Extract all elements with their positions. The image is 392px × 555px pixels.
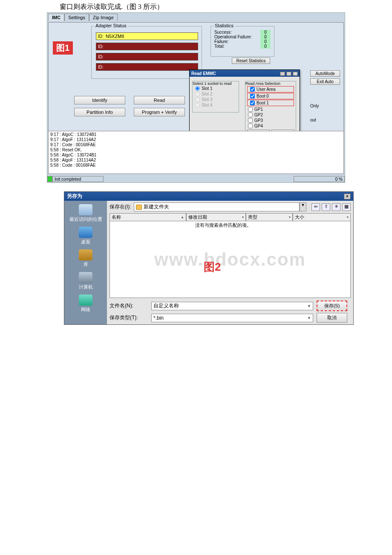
statusbar: Init completed 0 % — [47, 176, 345, 182]
place-network-label: 网络 — [81, 307, 90, 312]
statistics-group: Statistics Success:0 Operational Failure… — [210, 26, 274, 57]
filetype-label: 保存类型(T): — [110, 314, 148, 321]
stat-failure-value: 0 — [260, 39, 271, 44]
log-line: 5:58 : Code : 00168FAE — [50, 163, 342, 168]
slot3-label: Slot 3 — [202, 97, 213, 102]
slot4-radio: Slot 4 — [193, 102, 239, 108]
computer-icon — [79, 272, 92, 283]
adapter-status-group: Adapter Status ID: N5XZM8 ID: ID: ID: — [91, 26, 202, 79]
network-icon — [79, 295, 92, 306]
col-date-label: 修改日期 — [188, 214, 207, 220]
tab-settings[interactable]: Settings — [64, 14, 89, 21]
place-desktop[interactable]: 桌面 — [79, 227, 92, 245]
cancel-button[interactable]: 取消 — [317, 313, 347, 323]
minimize-icon[interactable]: _ — [280, 72, 285, 76]
boot1-checkbox[interactable]: Boot 1 — [247, 100, 294, 106]
gp1-label: GP1 — [254, 107, 263, 112]
place-library[interactable]: 库 — [79, 249, 92, 268]
gp3-checkbox[interactable]: GP3 — [245, 118, 296, 123]
slot1-radio[interactable]: Slot 1 — [193, 86, 239, 91]
read-button[interactable]: Read — [134, 96, 185, 104]
filename-input[interactable]: 自定义名称▼ — [151, 302, 313, 310]
adapter-id-row-1: ID: N5XZM8 — [96, 32, 198, 40]
filetype-select[interactable]: *.bin▼ — [151, 314, 313, 322]
desktop-icon — [79, 227, 92, 238]
maximize-icon[interactable]: □ — [286, 72, 291, 76]
savein-combo[interactable]: 新建文件夹 ▼ — [134, 202, 306, 211]
chevron-down-icon[interactable]: ▼ — [300, 202, 306, 211]
place-recent[interactable]: 最近访问的位置 — [69, 204, 102, 223]
col-type[interactable]: 类型▾ — [246, 213, 293, 221]
tab-zipimage[interactable]: Zip Image — [89, 14, 118, 21]
main-app-window: IMC Settings Zip Image 图1 Adapter Status… — [47, 12, 345, 183]
id-label: ID: — [96, 34, 106, 39]
chevron-down-icon[interactable]: ▼ — [307, 316, 311, 320]
close-icon[interactable]: × — [293, 72, 298, 76]
gp2-label: GP2 — [254, 113, 263, 117]
id-label: ID: — [96, 65, 106, 69]
identify-button[interactable]: Identify — [74, 96, 125, 104]
readarea-legend: Read Area Selection — [245, 81, 296, 86]
stat-opfail-value: 0 — [260, 35, 271, 39]
gp3-label: GP3 — [254, 118, 263, 123]
up-icon[interactable]: ⇧ — [322, 203, 330, 211]
side-labels-cut: Only out — [310, 104, 340, 122]
col-name[interactable]: 名称▲ — [110, 213, 186, 221]
savein-label: 保存在(I): — [110, 203, 131, 211]
gp2-checkbox[interactable]: GP2 — [245, 112, 296, 118]
col-date[interactable]: 修改日期▾ — [186, 213, 246, 221]
savein-value: 新建文件夹 — [144, 203, 169, 211]
program-verify-button[interactable]: Program + Verify — [134, 108, 185, 116]
place-library-label: 库 — [84, 262, 88, 267]
chevron-down-icon[interactable]: ▼ — [307, 304, 311, 308]
saveas-titlebar[interactable]: 另存为 × — [64, 192, 353, 201]
automode-button[interactable]: AutoMode — [310, 70, 340, 77]
filetype-value: *.bin — [153, 315, 164, 321]
sort-up-icon: ▲ — [181, 215, 184, 219]
socket-select-group: Select 1 socket to read Slot 1 Slot 2 Sl… — [192, 81, 239, 113]
place-computer[interactable]: 计算机 — [79, 272, 93, 290]
log-line: 9:17 : Code : 00168FAE — [50, 142, 342, 147]
log-area: 9:17 : AlgoC : 130724B1 9:17 : AlgoF : 1… — [49, 131, 343, 173]
reset-statistics-button[interactable]: Reset Statistics — [232, 58, 270, 64]
place-network[interactable]: 网络 — [79, 295, 92, 313]
empty-message: 没有与搜索条件匹配的项。 — [195, 222, 251, 228]
dialog-title: Read EMMC — [191, 71, 216, 76]
close-icon[interactable]: × — [344, 194, 351, 199]
gp4-checkbox[interactable]: GP4 — [245, 123, 296, 129]
gp1-checkbox[interactable]: GP1 — [245, 107, 296, 112]
partition-info-button[interactable]: Partition Info — [74, 108, 125, 116]
back-icon[interactable]: ⇐ — [311, 203, 320, 211]
exitauto-button[interactable]: Exit Auto — [310, 78, 340, 85]
place-recent-label: 最近访问的位置 — [69, 217, 102, 222]
boot1-label: Boot 1 — [257, 101, 269, 105]
status-indicator-icon — [47, 176, 52, 182]
newfolder-icon[interactable]: ✳ — [332, 203, 340, 211]
userarea-checkbox[interactable]: User Area — [247, 86, 294, 92]
figure1-badge: 图1 — [53, 41, 73, 55]
stats-legend: Statistics — [213, 23, 235, 28]
slot3-radio: Slot 3 — [193, 97, 239, 102]
viewmenu-icon[interactable]: ▦ — [342, 203, 351, 211]
id-label: ID: — [96, 44, 106, 49]
tab-imc[interactable]: IMC — [48, 14, 64, 21]
place-desktop-label: 桌面 — [81, 239, 90, 244]
id-label: ID: — [96, 55, 106, 59]
dialog-titlebar[interactable]: Read EMMC _ □ × — [190, 70, 300, 77]
places-bar: 最近访问的位置 桌面 库 计算机 网络 — [64, 201, 107, 324]
save-button[interactable]: 保存(S) — [317, 301, 347, 311]
file-list-header: 名称▲ 修改日期▾ 类型▾ 大小▾ — [110, 213, 351, 221]
stat-total-label: Total: — [214, 44, 225, 49]
out-label: out — [310, 118, 340, 122]
watermark: www.bdocx.com — [110, 221, 350, 298]
adapter-id-row-4: ID: — [96, 63, 198, 71]
status-percent: 0 % — [294, 176, 345, 182]
boot0-checkbox[interactable]: Boot 0 — [247, 93, 294, 99]
main-pane: 图1 Adapter Status ID: N5XZM8 ID: ID: ID:… — [48, 22, 344, 174]
chevron-down-icon: ▾ — [347, 215, 349, 219]
col-size[interactable]: 大小▾ — [293, 213, 351, 221]
stat-opfail-label: Operational Failure: — [214, 35, 252, 39]
log-line: 5:58 : AlgoC : 130724B1 — [50, 153, 342, 158]
file-list[interactable]: 没有与搜索条件匹配的项。 www.bdocx.com 图2 — [110, 221, 351, 298]
only-label: Only — [310, 104, 340, 108]
